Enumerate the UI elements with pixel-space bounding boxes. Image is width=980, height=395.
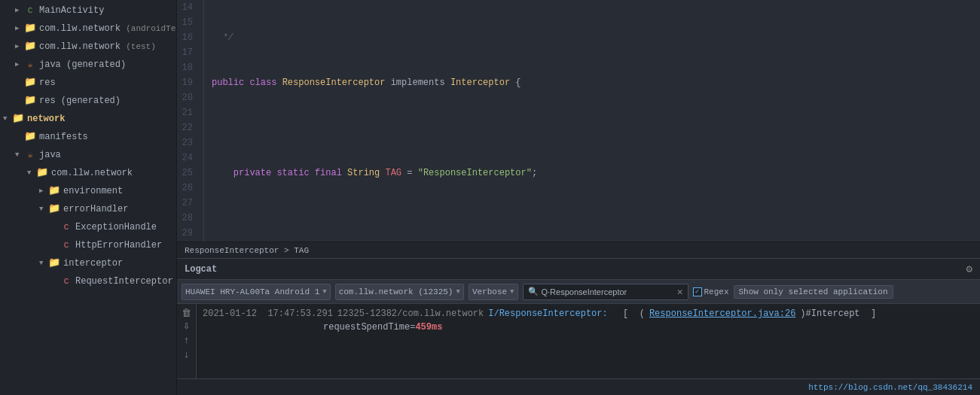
log-message: [ ( — [612, 307, 645, 321]
package-selector[interactable]: com.llw.network (12325) ▼ — [335, 284, 464, 300]
class-icon: C — [24, 5, 36, 17]
close-icon[interactable]: ✕ — [677, 286, 683, 298]
breadcrumb: ResponseInterceptor > TAG — [177, 242, 980, 258]
logcat-content: 2021-01-12 17:47:53.291 12325-12382/com.… — [197, 304, 980, 378]
project-sidebar: ▶ C MainActivity ▶ 📁 com.llw.network (an… — [0, 0, 177, 395]
log-level-tag: I/ResponseInterceptor: — [488, 307, 607, 321]
sidebar-item-interceptor[interactable]: ▼ 📁 interceptor — [0, 254, 176, 272]
logcat-action-buttons: 🗑 ⇩ ↑ ↓ — [177, 304, 197, 378]
sidebar-item-label: network — [27, 111, 65, 126]
search-icon: 🔍 — [528, 287, 539, 296]
sidebar-item-res-generated[interactable]: 📁 res (generated) — [0, 92, 176, 110]
sidebar-item-label: com.llw.network (test) — [39, 39, 156, 54]
device-selector[interactable]: HUAWEI HRY-AL00Ta Android 1 ▼ — [182, 284, 331, 300]
code-lines: */ public class ResponseInterceptor impl… — [204, 0, 980, 242]
sidebar-item-exceptionhandle[interactable]: C ExceptionHandle — [0, 218, 176, 236]
folder-icon: 📁 — [24, 131, 36, 143]
sidebar-item-network-test[interactable]: ▶ 📁 com.llw.network (test) — [0, 38, 176, 56]
logcat-header: Logcat ⚙ — [177, 259, 980, 280]
status-bar: https://blog.csdn.net/qq_38436214 — [177, 378, 980, 395]
log-entry-1: 2021-01-12 17:47:53.291 12325-12382/com.… — [203, 307, 974, 321]
arrow-up-button[interactable]: ↑ — [184, 334, 189, 345]
regex-checkbox-group[interactable]: ✓ Regex — [693, 287, 729, 296]
clear-logcat-button[interactable]: 🗑 — [182, 307, 191, 318]
sidebar-item-errorhandler[interactable]: ▼ 📁 errorHandler — [0, 200, 176, 218]
arrow-icon: ▶ — [39, 184, 48, 199]
java-icon: ☕ — [24, 59, 36, 71]
folder-icon: 📁 — [24, 95, 36, 107]
arrow-icon: ▼ — [39, 202, 48, 217]
sidebar-item-label: manifests — [39, 129, 88, 144]
sidebar-item-label: res — [39, 75, 56, 90]
sidebar-item-mainactivity[interactable]: ▶ C MainActivity — [0, 2, 176, 20]
arrow-icon: ▼ — [39, 256, 48, 271]
log-pid: 12325-12382/com.llw.network — [337, 307, 484, 321]
sidebar-item-res[interactable]: 📁 res — [0, 74, 176, 92]
folder-icon: 📁 — [24, 23, 36, 35]
logcat-title: Logcat — [185, 264, 966, 275]
class-icon: C — [60, 239, 72, 251]
logcat-panel: Logcat ⚙ HUAWEI HRY-AL00Ta Android 1 ▼ c… — [177, 258, 980, 378]
chevron-down-icon: ▼ — [322, 288, 326, 296]
folder-icon: 📁 — [48, 203, 60, 215]
arrow-icon: ▼ — [15, 147, 24, 163]
level-selector[interactable]: Verbose ▼ — [469, 284, 518, 300]
folder-icon: 📁 — [12, 113, 24, 125]
sidebar-item-label: MainActivity — [39, 3, 104, 18]
arrow-icon: ▼ — [27, 166, 36, 181]
log-message-end: )#Intercept ] — [800, 307, 876, 321]
log-entry-2: requestSpendTime=459ms — [323, 321, 974, 334]
sidebar-item-java[interactable]: ▼ ☕ java — [0, 146, 176, 164]
arrow-icon: ▶ — [15, 21, 24, 36]
sidebar-item-requestinterceptor[interactable]: C RequestInterceptor — [0, 272, 176, 290]
arrow-icon: ▶ — [15, 39, 24, 54]
show-only-selected-button[interactable]: Show only selected application — [734, 285, 893, 299]
sidebar-item-label: java — [39, 147, 61, 163]
log-spend-time-value: 459ms — [415, 322, 442, 333]
chevron-down-icon: ▼ — [456, 288, 459, 296]
sidebar-item-label: ExceptionHandle — [75, 220, 157, 235]
folder-icon: 📁 — [36, 167, 48, 179]
search-input[interactable] — [542, 287, 674, 296]
sidebar-item-java-generated[interactable]: ▶ ☕ java (generated) — [0, 56, 176, 74]
sidebar-item-manifests[interactable]: 📁 manifests — [0, 128, 176, 146]
sidebar-item-environment[interactable]: ▶ 📁 environment — [0, 182, 176, 200]
folder-icon: 📁 — [24, 41, 36, 53]
sidebar-item-com-llw-network[interactable]: ▼ 📁 com.llw.network — [0, 164, 176, 182]
status-url[interactable]: https://blog.csdn.net/qq_38436214 — [808, 383, 972, 392]
sidebar-item-httperrorhandler[interactable]: C HttpErrorHandler — [0, 236, 176, 254]
chevron-down-icon: ▼ — [510, 288, 514, 296]
log-timestamp: 2021-01-12 17:47:53.291 — [203, 307, 333, 321]
gear-icon[interactable]: ⚙ — [966, 263, 972, 275]
regex-checkbox[interactable]: ✓ — [693, 287, 702, 296]
logcat-search-box[interactable]: 🔍 ✕ — [523, 284, 688, 300]
sidebar-item-label: com.llw.network (androidTe… — [39, 21, 177, 36]
java-icon: ☕ — [24, 149, 36, 161]
sidebar-item-label: errorHandler — [63, 202, 128, 217]
sidebar-item-label: environment — [63, 184, 123, 199]
code-editor: 14 15 16 17 18 19 20 21 22 23 24 25 26 2… — [177, 0, 980, 242]
sidebar-item-label: HttpErrorHandler — [75, 238, 162, 253]
sidebar-item-label: com.llw.network — [51, 166, 133, 181]
scroll-to-end-button[interactable]: ⇩ — [183, 321, 190, 331]
sidebar-item-label: res (generated) — [39, 93, 121, 108]
sidebar-item-label: RequestInterceptor — [75, 274, 173, 289]
breadcrumb-class: ResponseInterceptor > TAG — [185, 246, 309, 255]
sidebar-item-network-android[interactable]: ▶ 📁 com.llw.network (androidTe… — [0, 20, 176, 38]
arrow-icon: ▶ — [15, 3, 24, 18]
arrow-icon: ▶ — [15, 57, 24, 72]
arrow-down-button[interactable]: ↓ — [184, 348, 189, 360]
log-spend-time: requestSpendTime=459ms — [323, 321, 442, 334]
folder-icon: 📁 — [24, 77, 36, 89]
logcat-body: 🗑 ⇩ ↑ ↓ 2021-01-12 17:47:53.291 12325-12… — [177, 304, 980, 378]
logcat-toolbar: HUAWEI HRY-AL00Ta Android 1 ▼ com.llw.ne… — [177, 280, 980, 304]
log-link[interactable]: ResponseInterceptor.java:26 — [649, 307, 795, 321]
class-icon: C — [60, 221, 72, 233]
regex-label: Regex — [704, 287, 729, 296]
sidebar-item-network[interactable]: ▼ 📁 network — [0, 110, 176, 128]
arrow-icon: ▼ — [3, 111, 12, 126]
sidebar-item-label: java (generated) — [39, 57, 126, 72]
sidebar-item-label: interceptor — [63, 256, 123, 271]
line-numbers: 14 15 16 17 18 19 20 21 22 23 24 25 26 2… — [177, 0, 204, 242]
folder-icon: 📁 — [48, 257, 60, 269]
